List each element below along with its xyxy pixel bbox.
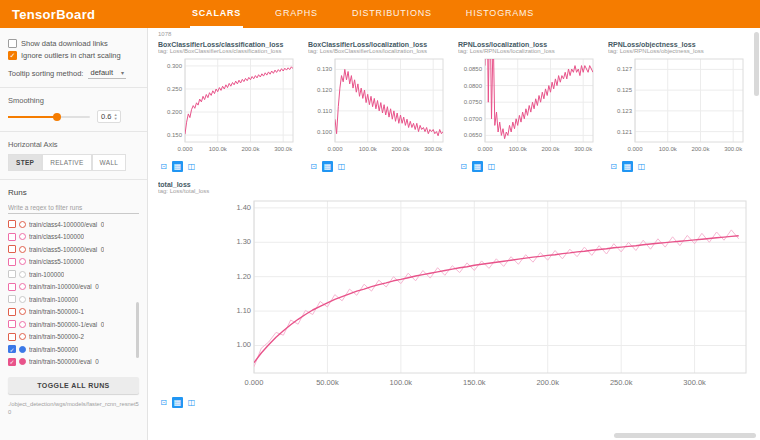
chart-card: RPNLoss/localization_losstag: Loss/RPNLo…	[458, 41, 598, 172]
smoothing-slider[interactable]	[8, 116, 90, 118]
top-navbar: TensorBoard SCALARSGRAPHSDISTRIBUTIONSHI…	[0, 0, 760, 28]
run-list-scrollbar[interactable]	[136, 302, 139, 358]
svg-text:0.0800: 0.0800	[464, 83, 483, 89]
run-item[interactable]: train/class4-100000/eval_0	[8, 218, 139, 231]
run-item[interactable]: train/train-100000	[8, 293, 139, 306]
svg-text:0.127: 0.127	[617, 66, 633, 72]
checkbox-icon[interactable]	[8, 39, 17, 48]
run-label: train/class4-100000/eval_0	[29, 221, 104, 228]
nav-tabs: SCALARSGRAPHSDISTRIBUTIONSHISTOGRAMS	[190, 0, 536, 28]
run-color-dot-icon	[19, 283, 26, 290]
run-item[interactable]: train/train-500000-1	[8, 306, 139, 319]
chart-title: BoxClassifierLoss/classification_loss	[158, 41, 298, 48]
horizontal-axis-label: Horizontal Axis	[8, 140, 139, 149]
run-label: train/train-500000-2	[29, 333, 84, 340]
svg-text:200.0k: 200.0k	[536, 378, 559, 387]
tab-distributions[interactable]: DISTRIBUTIONS	[350, 0, 434, 28]
axis-relative-button[interactable]: RELATIVE	[42, 154, 91, 171]
chart-canvas[interactable]: 0.1000.1100.1200.1300.000100.0k200.0k300…	[308, 55, 448, 155]
run-item[interactable]: train/class4-100000	[8, 231, 139, 244]
fullscreen-icon[interactable]: ⊡	[158, 161, 169, 172]
ignore-outliers-checkbox[interactable]: ✓ Ignore outliers in chart scaling	[8, 51, 139, 60]
pin-icon[interactable]: ◫	[336, 161, 347, 172]
run-color-dot-icon	[19, 271, 26, 278]
data-table-icon[interactable]: ▦	[322, 161, 333, 172]
run-item[interactable]: ✓train/train-500000/eval_0	[8, 356, 139, 369]
pin-icon[interactable]: ◫	[186, 397, 197, 408]
axis-wall-button[interactable]: WALL	[92, 154, 127, 171]
pin-icon[interactable]: ◫	[186, 161, 197, 172]
svg-text:0.250: 0.250	[167, 86, 183, 92]
checkbox-icon[interactable]: ✓	[8, 51, 17, 60]
svg-text:0.0650: 0.0650	[464, 132, 483, 138]
run-item[interactable]: train-100000	[8, 268, 139, 281]
run-item[interactable]: train/class5-100000/eval_0	[8, 243, 139, 256]
run-checkbox[interactable]	[8, 320, 16, 328]
run-checkbox[interactable]	[8, 283, 16, 291]
chart-canvas[interactable]: 0.06500.07000.07500.08000.08500.000100.0…	[458, 55, 598, 155]
run-color-dot-icon	[19, 308, 26, 315]
svg-text:100.0k: 100.0k	[390, 378, 413, 387]
show-download-links-checkbox[interactable]: Show data download links	[8, 39, 139, 48]
chart-canvas[interactable]: 1.001.101.201.301.400.00050.00k100.0k150…	[158, 195, 754, 391]
run-checkbox[interactable]	[8, 270, 16, 278]
pin-icon[interactable]: ◫	[636, 161, 647, 172]
run-item[interactable]: train/class5-100000	[8, 256, 139, 269]
fullscreen-icon[interactable]: ⊡	[158, 397, 169, 408]
fullscreen-icon[interactable]: ⊡	[458, 161, 469, 172]
run-checkbox[interactable]	[8, 295, 16, 303]
run-label: train/train-100000	[29, 296, 78, 303]
tab-graphs[interactable]: GRAPHS	[273, 0, 320, 28]
run-filter-input[interactable]	[8, 202, 139, 214]
run-checkbox[interactable]	[8, 245, 16, 253]
data-table-icon[interactable]: ▦	[172, 397, 183, 408]
pin-icon[interactable]: ◫	[486, 161, 497, 172]
run-item[interactable]: train/train-500000-1/eval_0	[8, 318, 139, 331]
fullscreen-icon[interactable]: ⊡	[308, 161, 319, 172]
run-checkbox[interactable]	[8, 333, 16, 341]
run-label: train/train-500000-1/eval_0	[29, 321, 104, 328]
tab-scalars[interactable]: SCALARS	[190, 0, 243, 28]
vertical-scrollbar[interactable]	[754, 32, 759, 96]
run-color-dot-icon	[19, 358, 26, 365]
run-color-dot-icon	[19, 258, 26, 265]
chart-canvas[interactable]: 0.1500.2000.2500.3000.000100.0k200.0k300…	[158, 55, 298, 155]
tab-histograms[interactable]: HISTOGRAMS	[464, 0, 536, 28]
svg-text:50.00k: 50.00k	[316, 378, 339, 387]
data-table-icon[interactable]: ▦	[172, 161, 183, 172]
chart-title: BoxClassifierLoss/localization_loss	[308, 41, 448, 48]
svg-text:0.150: 0.150	[167, 132, 183, 138]
svg-text:0.125: 0.125	[617, 87, 633, 93]
slider-thumb[interactable]	[53, 113, 61, 121]
run-checkbox[interactable]	[8, 233, 16, 241]
smoothing-value: 0.6	[101, 112, 111, 121]
run-list: train/class4-100000/eval_0train/class4-1…	[8, 218, 139, 370]
stepper-icon[interactable]: ▴▾	[114, 113, 116, 120]
svg-text:1.40: 1.40	[236, 203, 251, 212]
svg-text:0.123: 0.123	[617, 108, 633, 114]
tooltip-sort-dropdown[interactable]: default ▾	[88, 67, 126, 79]
svg-text:200.0k: 200.0k	[691, 146, 710, 152]
data-table-icon[interactable]: ▦	[472, 161, 483, 172]
run-checkbox[interactable]	[8, 258, 16, 266]
chart-tag: tag: Loss/BoxClassifierLoss/localization…	[308, 48, 448, 54]
chart-toolbar: ⊡▦◫	[158, 161, 298, 172]
chart-card: BoxClassifierLoss/classification_losstag…	[158, 41, 298, 172]
run-checkbox[interactable]	[8, 220, 16, 228]
run-item[interactable]: train/train-100000/eval_0	[8, 281, 139, 294]
svg-text:0.100: 0.100	[317, 129, 333, 135]
data-table-icon[interactable]: ▦	[622, 161, 633, 172]
fullscreen-icon[interactable]: ⊡	[608, 161, 619, 172]
run-checkbox[interactable]: ✓	[8, 345, 16, 353]
svg-text:0.200: 0.200	[167, 109, 183, 115]
run-item[interactable]: train/train-500000-2	[8, 331, 139, 344]
horizontal-scrollbar[interactable]	[614, 433, 756, 438]
run-checkbox[interactable]: ✓	[8, 358, 16, 366]
run-item[interactable]: ✓train/train-500000	[8, 343, 139, 356]
chart-canvas[interactable]: 0.1210.1230.1250.1270.000100.0k200.0k300…	[608, 55, 748, 155]
run-checkbox[interactable]	[8, 308, 16, 316]
svg-text:300.0k: 300.0k	[683, 378, 706, 387]
toggle-all-runs-button[interactable]: TOGGLE ALL RUNS	[8, 377, 139, 394]
axis-step-button[interactable]: STEP	[8, 154, 42, 171]
smoothing-value-input[interactable]: 0.6 ▴▾	[97, 110, 121, 123]
